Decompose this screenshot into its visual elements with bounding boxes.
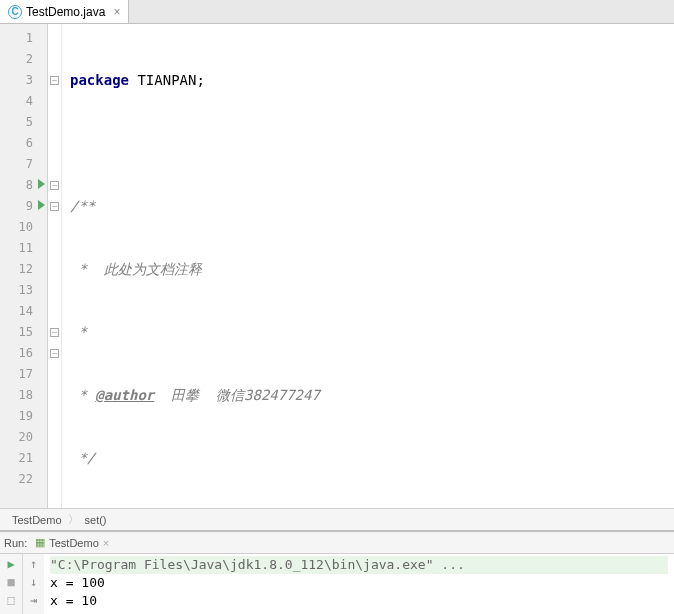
up-icon[interactable]: ↑	[26, 556, 42, 572]
tab-bar: C TestDemo.java ×	[0, 0, 674, 24]
line-number: 7	[0, 154, 47, 175]
line-number: 10	[0, 217, 47, 238]
line-number: 12	[0, 259, 47, 280]
line-number: 5	[0, 112, 47, 133]
run-gutter-icon[interactable]	[38, 200, 45, 210]
run-config-icon: ▦	[35, 536, 45, 549]
tab-filename: TestDemo.java	[26, 5, 105, 19]
console-command: "C:\Program Files\Java\jdk1.8.0_112\bin\…	[50, 556, 668, 574]
chevron-right-icon: 〉	[68, 512, 79, 527]
fold-column: − − − − −	[48, 24, 62, 508]
line-number: 6	[0, 133, 47, 154]
fold-toggle-icon[interactable]: −	[50, 76, 59, 85]
line-number: 16	[0, 343, 47, 364]
line-number: 3	[0, 70, 47, 91]
fold-toggle-icon[interactable]: −	[50, 202, 59, 211]
console-output[interactable]: "C:\Program Files\Java\jdk1.8.0_112\bin\…	[44, 554, 674, 614]
fold-toggle-icon[interactable]: −	[50, 349, 59, 358]
line-number-gutter: 1 2 3 4 5 6 7 8 9 10 11 12 13 14 15 16 1…	[0, 24, 48, 508]
fold-toggle-icon[interactable]: −	[50, 328, 59, 337]
line-number: 22	[0, 469, 47, 490]
run-toolbar-left: ▶ ■ ⬚	[0, 554, 22, 614]
line-number: 8	[0, 175, 47, 196]
line-number: 2	[0, 49, 47, 70]
run-config-tab[interactable]: ▦ TestDemo ×	[35, 536, 109, 549]
stop-icon[interactable]: ■	[3, 574, 19, 590]
down-icon[interactable]: ↓	[26, 574, 42, 590]
run-label: Run:	[4, 537, 27, 549]
breadcrumb: TestDemo 〉 set()	[0, 508, 674, 530]
run-tool-window: Run: ▦ TestDemo × ▶ ■ ⬚ ↑ ↓ ⇥ "C:\Progra…	[0, 530, 674, 614]
breadcrumb-method[interactable]: set()	[85, 514, 107, 526]
editor-tab[interactable]: C TestDemo.java ×	[0, 0, 129, 23]
code-editor[interactable]: package TIANPAN; /** * 此处为文档注释 * * @auth…	[62, 24, 674, 508]
line-number: 13	[0, 280, 47, 301]
line-number: 4	[0, 91, 47, 112]
editor-area: 1 2 3 4 5 6 7 8 9 10 11 12 13 14 15 16 1…	[0, 24, 674, 508]
line-number: 20	[0, 427, 47, 448]
line-number: 18	[0, 385, 47, 406]
breadcrumb-class[interactable]: TestDemo	[12, 514, 62, 526]
fold-toggle-icon[interactable]: −	[50, 181, 59, 190]
rerun-icon[interactable]: ▶	[3, 556, 19, 572]
line-number: 9	[0, 196, 47, 217]
console-line: x = 10	[50, 592, 668, 610]
line-number: 1	[0, 28, 47, 49]
exit-icon[interactable]: ⬚	[3, 592, 19, 608]
run-toolbar-right: ↑ ↓ ⇥	[22, 554, 44, 614]
line-number: 15	[0, 322, 47, 343]
java-class-icon: C	[8, 5, 22, 19]
line-number: 17	[0, 364, 47, 385]
close-icon[interactable]: ×	[103, 537, 109, 549]
line-number: 14	[0, 301, 47, 322]
run-gutter-icon[interactable]	[38, 179, 45, 189]
line-number: 21	[0, 448, 47, 469]
line-number: 19	[0, 406, 47, 427]
console-line: x = 100	[50, 574, 668, 592]
close-icon[interactable]: ×	[113, 5, 120, 19]
run-header: Run: ▦ TestDemo ×	[0, 532, 674, 554]
line-number: 11	[0, 238, 47, 259]
wrap-icon[interactable]: ⇥	[26, 592, 42, 608]
